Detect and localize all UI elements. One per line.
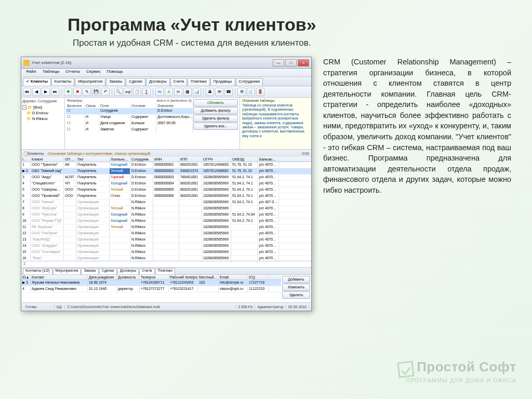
main-tab[interactable]: Продавцы	[210, 78, 235, 86]
exit-icon[interactable]: 🚪	[256, 88, 264, 96]
table-row[interactable]: 8ООО "Информ"ОрганизацияТеплыйN.Rikkov10…	[21, 206, 311, 212]
tool-icon[interactable]: 🔍	[114, 88, 123, 96]
table-row[interactable]: 16"Фикс"ОрганизацияN.Rikkov1028600585969…	[21, 256, 311, 261]
table-row[interactable]: 3ООО "Андо"АОЗТПокупательГорячийD.Ershov…	[21, 175, 311, 181]
sub-tab[interactable]: Контакты (1/2)	[23, 268, 52, 274]
delete-icon[interactable]: ✖	[73, 88, 82, 96]
clear-filters-button[interactable]: Удалить все...	[193, 123, 238, 130]
minimize-button[interactable]: —	[273, 59, 284, 66]
tree-item[interactable]: 📁 N.Rikkov	[22, 116, 63, 122]
nav-next-icon[interactable]: ▶	[42, 88, 50, 96]
table-row[interactable]: 4"Спецавтотех"ЧППокупательХолодныйD.Ersh…	[21, 181, 311, 187]
add-icon[interactable]: ✚	[64, 88, 72, 96]
filter-row[interactable]: ☐ИУлицаСодержитДостоевского,Коро...	[66, 114, 193, 121]
table-row[interactable]: ▶ 2ОАО "Зимний сад"ПокупательТеплыйD.Ers…	[21, 168, 311, 175]
sub-tab[interactable]: Платежи	[155, 268, 175, 274]
table-row[interactable]: ▶ 3Жукова Наталья Николаевна18.06.1974+7…	[21, 280, 281, 286]
table-row[interactable]: 7ООО "Клинкс"ОрганизацияN.Rikkov10286005…	[21, 200, 311, 206]
column-header[interactable]: Сотрудник	[130, 157, 153, 162]
column-header[interactable]: Контакт	[31, 275, 88, 280]
column-header[interactable]: КПП	[179, 157, 202, 162]
nav-last-icon[interactable]: ⏭	[51, 88, 59, 96]
column-header[interactable]: ОГРН	[202, 157, 231, 162]
export-excel-icon[interactable]: X	[165, 88, 173, 96]
column-header[interactable]: ОКВЭД	[231, 157, 258, 162]
main-tab[interactable]: Платежи	[188, 78, 209, 86]
table-row[interactable]: 15ООО "Хозтовары"ОрганизацияN.Rikkov1028…	[21, 249, 311, 256]
column-header[interactable]: Банковские рекв...	[258, 157, 279, 162]
sub-tab[interactable]: Счета	[139, 268, 154, 274]
titlebar[interactable]: Учет клиентов (2.16) — □ ×	[21, 57, 311, 69]
grid-column-headers[interactable]: ID▲КлиентОП ФормаТипЛояльностьСотрудникИ…	[21, 157, 311, 162]
add-filter-button[interactable]: Добавить фильтр	[193, 107, 238, 114]
sub-tab[interactable]: Договоры	[117, 268, 139, 274]
table-row[interactable]: 9ООО "Престиж"ОрганизацияХолодныйN.Rikko…	[21, 212, 311, 218]
export-html-icon[interactable]: H	[174, 88, 182, 96]
table-row[interactable]: 13"АэроРейд"ОрганизацияN.Rikkov102860058…	[21, 237, 311, 243]
cart-icon[interactable]: 🛒	[247, 88, 255, 96]
sub-tab[interactable]: Заказы	[81, 268, 98, 274]
main-tab[interactable]: Заказы	[106, 78, 125, 86]
column-header[interactable]: Email	[219, 275, 248, 280]
table-row[interactable]: 6ООО "Промснаб"ОООПокупательОтказD.Ersho…	[21, 193, 311, 200]
maximize-button[interactable]: □	[285, 59, 297, 66]
edit-icon[interactable]: ✎	[83, 88, 91, 96]
tool-icon[interactable]: sql	[124, 88, 132, 96]
phone-icon[interactable]: ☎	[224, 88, 233, 96]
subgrid-columns[interactable]: ID▲КонтактДата рожденияДолжностьТелефонР…	[21, 275, 281, 280]
column-header[interactable]: Местный...	[198, 275, 219, 280]
export-icon[interactable]: 📊	[193, 88, 201, 96]
main-tab[interactable]: Счета	[170, 78, 188, 86]
column-header[interactable]: Дата рождения	[88, 275, 117, 280]
tool-icon[interactable]: ∑	[142, 88, 151, 96]
menu-item[interactable]: Отчеты	[62, 69, 83, 76]
sub-tab[interactable]: Сделки	[99, 268, 117, 274]
clients-grid[interactable]: ID▲КлиентОП ФормаТипЛояльностьСотрудникИ…	[21, 157, 311, 261]
tree-item-all[interactable]: −📁 [Все]	[22, 104, 63, 110]
email-icon[interactable]: ✉	[215, 88, 223, 96]
main-tab[interactable]: ✓ Клиенты	[23, 78, 51, 86]
nav-first-icon[interactable]: ⏮	[23, 88, 31, 96]
column-header[interactable]: Должность	[117, 275, 140, 280]
main-tab[interactable]: Мероприятия	[75, 78, 105, 86]
filter-row[interactable]: ☐ИЗаметкиСодержит	[66, 127, 193, 133]
column-header[interactable]: Клиент	[31, 157, 64, 162]
column-header[interactable]: ICQ	[248, 275, 269, 280]
nav-prev-icon[interactable]: ◀	[32, 88, 41, 96]
table-row[interactable]: 10ООО "Фирма РТД"ОрганизацияХолодныйN.Ri…	[21, 218, 311, 224]
column-header[interactable]: ID▲	[21, 157, 31, 162]
remove-filter-button[interactable]: Удалить фильтр	[193, 115, 238, 122]
column-header[interactable]: ИНН	[153, 157, 179, 162]
menu-item[interactable]: Файл	[23, 69, 39, 76]
table-row[interactable]: 11РА "Березка"ОрганизацияТеплыйN.Rikkov1…	[21, 224, 311, 231]
tool-icon[interactable]: 📋	[133, 88, 141, 96]
settings-icon[interactable]: ⚙	[237, 88, 246, 96]
save-icon[interactable]: 💾	[92, 88, 100, 96]
subgrid-add-button[interactable]: Добавить	[282, 276, 310, 283]
refresh-button[interactable]: Обновить	[193, 99, 238, 107]
main-tab[interactable]: Сотрудники	[236, 78, 263, 86]
column-header[interactable]: ОП Форма	[64, 157, 76, 162]
table-row[interactable]: 14ООО "Аладдин"ОрганизацияN.Rikkov102860…	[21, 243, 311, 249]
column-header[interactable]: Тип	[76, 157, 110, 162]
table-row[interactable]: 12ООО "ГенПром"ОрганизацияN.Rikkov102860…	[21, 231, 311, 237]
export-icon[interactable]: ▦	[183, 88, 192, 96]
subgrid-delete-button[interactable]: Удалить	[282, 291, 310, 299]
column-header[interactable]: ID▲	[21, 275, 31, 280]
table-row[interactable]: 4Аджиев Саид Рамазанович31.12.1940директ…	[21, 286, 281, 292]
sub-tab[interactable]: Мероприятия	[53, 268, 81, 274]
table-row[interactable]: 5ООО "Северный бри"ОООПокупательТеплыйD.…	[21, 187, 311, 193]
close-button[interactable]: ×	[298, 59, 309, 66]
menu-item[interactable]: Помощь	[103, 69, 126, 76]
cancel-icon[interactable]: ↶	[101, 88, 110, 96]
table-row[interactable]: 1ООО "Трансгаз"АКПокупательХолодныйD.Ers…	[21, 162, 311, 168]
export-word-icon[interactable]: W	[155, 88, 164, 96]
column-header[interactable]: Рабочий телефон	[169, 275, 198, 280]
menu-item[interactable]: Таблицы	[39, 69, 63, 76]
print-icon[interactable]: 🖶	[206, 88, 214, 96]
filter-row[interactable]: ☐ИДата созданияБольше2007.09.05	[66, 121, 193, 127]
column-header[interactable]: Лояльность	[110, 157, 130, 162]
main-tab[interactable]: Договоры	[146, 78, 170, 86]
main-tab[interactable]: Сделки	[126, 78, 145, 86]
tree-item[interactable]: 📁 D.Ershov	[22, 110, 63, 116]
